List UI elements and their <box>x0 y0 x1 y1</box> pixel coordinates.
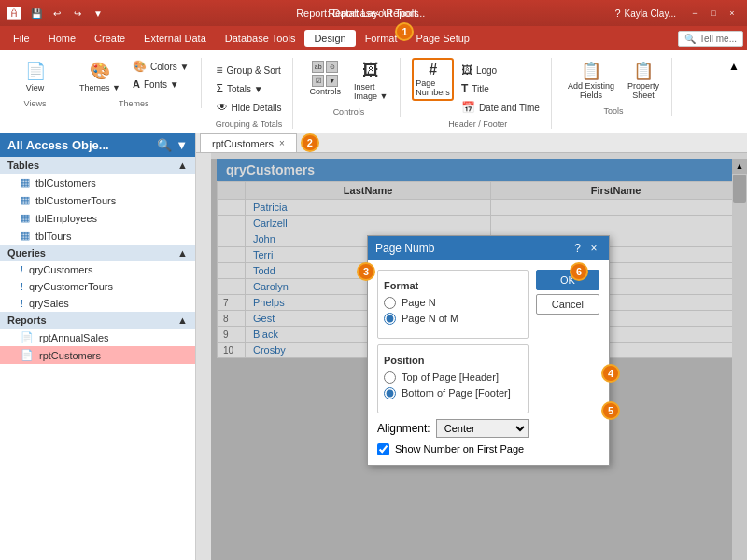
nav-item-tblCustomerTours[interactable]: ▦ tblCustomerTours <box>0 191 195 209</box>
add-existing-fields-button[interactable]: 📋 Add ExistingFields <box>563 58 619 103</box>
ribbon-group-views: 📄 View Views <box>7 58 63 108</box>
ok-button[interactable]: OK <box>536 270 599 290</box>
nav-item-tblTours[interactable]: ▦ tblTours <box>0 227 195 245</box>
main-area: All Access Obje... 🔍 ▼ Tables ▲ ▦ tblCus… <box>0 133 747 560</box>
doc-tab-close-icon[interactable]: × <box>279 138 285 148</box>
property-sheet-button[interactable]: 📋 PropertySheet <box>623 58 664 103</box>
cancel-button[interactable]: Cancel <box>536 294 599 315</box>
vertical-scroll-left <box>196 153 211 560</box>
nav-item-qrySales[interactable]: ! qrySales <box>0 295 195 312</box>
tell-me-icon: ? <box>614 7 620 19</box>
maximize-button[interactable]: □ <box>706 6 721 21</box>
nav-item-rptCustomers[interactable]: 📄 rptCustomers <box>0 346 195 364</box>
views-group-label: Views <box>24 99 47 108</box>
format-page-n-radio[interactable] <box>384 297 396 309</box>
fonts-button[interactable]: A Fonts ▼ <box>129 77 193 91</box>
group-sort-button[interactable]: ≡ Group & Sort <box>213 62 286 78</box>
ribbon-group-themes: 🎨 Themes ▼ 🎨 Colors ▼ A Fonts ▼ Themes <box>67 58 202 108</box>
query-icon-2: ! <box>21 281 23 292</box>
show-number-row: Show Number on First Page <box>377 443 529 455</box>
annotation-3: 3 <box>357 262 375 281</box>
menu-create[interactable]: Create <box>85 30 134 47</box>
menu-page-setup[interactable]: Page Setup <box>406 30 479 47</box>
nav-item-qryCustomers[interactable]: ! qryCustomers <box>0 261 195 278</box>
menu-design[interactable]: Design <box>304 30 355 47</box>
page-number-dialog: Page Numb ? × <box>367 235 610 466</box>
menu-format[interactable]: Format 1 <box>356 30 407 47</box>
nav-label-rptAnnualSales: rptAnnualSales <box>39 332 109 343</box>
nav-label-tblCustomers: tblCustomers <box>35 177 96 189</box>
nav-search-icon[interactable]: 🔍 <box>157 138 172 152</box>
alignment-select[interactable]: Center Left Right <box>436 419 529 438</box>
colors-label: Colors ▼ <box>150 62 190 72</box>
insert-image-button[interactable]: 🖼 InsertImage ▼ <box>349 58 392 104</box>
logo-button[interactable]: 🖼 Logo <box>458 62 543 78</box>
close-button[interactable]: × <box>725 6 740 21</box>
format-page-n-of-m[interactable]: Page N of M <box>384 313 522 325</box>
themes-button[interactable]: 🎨 Themes ▼ <box>75 58 125 95</box>
position-top-radio[interactable] <box>384 371 396 384</box>
controls-button[interactable]: ab ⊙ ☑ ▼ Controls <box>304 58 345 99</box>
dialog-body: Format Page N <box>368 260 609 465</box>
nav-menu-icon[interactable]: ▼ <box>176 138 188 152</box>
position-top[interactable]: Top of Page [Header] <box>384 371 522 384</box>
show-number-checkbox[interactable] <box>377 443 389 455</box>
search-icon: 🔍 <box>684 34 696 44</box>
dialog-titlebar: Page Numb ? × <box>368 236 609 260</box>
colors-button[interactable]: 🎨 Colors ▼ <box>129 58 193 75</box>
date-time-icon: 📅 <box>461 101 475 114</box>
menu-file[interactable]: File <box>4 30 39 47</box>
nav-section-reports: Reports ▲ 📄 rptAnnualSales 📄 rptCustomer… <box>0 312 195 364</box>
menu-external-data[interactable]: External Data <box>134 30 216 47</box>
nav-label-qrySales: qrySales <box>29 298 69 309</box>
user-label: Kayla Clay... <box>625 8 676 19</box>
format-page-n[interactable]: Page N <box>384 297 522 309</box>
tell-me-box[interactable]: 🔍 Tell me... <box>678 31 743 47</box>
page-numbers-label: PageNumbers <box>416 78 450 97</box>
position-section: Position Top of Page [Header] <box>377 344 529 413</box>
ribbon-collapse-btn[interactable]: ▲ <box>728 58 740 73</box>
page-numbers-icon: # <box>429 62 437 78</box>
report-icon-1: 📄 <box>21 331 34 343</box>
dialog-form: Format Page N <box>377 270 529 455</box>
reports-collapse-icon: ▲ <box>177 315 188 326</box>
controls-group-label: Controls <box>333 107 365 117</box>
format-label: Format <box>384 280 522 291</box>
redo-quick-btn[interactable]: ↪ <box>69 5 86 21</box>
hide-details-button[interactable]: 👁 Hide Details <box>213 99 286 116</box>
position-bottom-radio[interactable] <box>384 387 396 399</box>
undo-quick-btn[interactable]: ↩ <box>49 5 65 21</box>
access-logo-icon: 🅰 <box>7 6 21 21</box>
page-numbers-button[interactable]: # PageNumbers <box>412 58 454 101</box>
nav-item-qryCustomerTours[interactable]: ! qryCustomerTours <box>0 278 195 295</box>
logo-icon: 🖼 <box>461 63 472 77</box>
nav-item-tblCustomers[interactable]: ▦ tblCustomers <box>0 174 195 191</box>
customize-quick-btn[interactable]: ▼ <box>90 5 106 21</box>
date-time-button[interactable]: 📅 Date and Time <box>458 99 543 116</box>
position-bottom[interactable]: Bottom of Page [Footer] <box>384 387 522 399</box>
tables-section-header[interactable]: Tables ▲ <box>0 157 195 174</box>
format-page-n-label: Page N <box>402 297 436 308</box>
queries-section-header[interactable]: Queries ▲ <box>0 245 195 261</box>
group-sort-icon: ≡ <box>217 63 223 77</box>
nav-item-rptAnnualSales[interactable]: 📄 rptAnnualSales <box>0 329 195 346</box>
doc-tab-rptCustomers[interactable]: rptCustomers × <box>200 133 297 152</box>
view-button[interactable]: 📄 View <box>19 58 52 95</box>
dialog-action-buttons: OK Cancel <box>536 270 599 455</box>
save-quick-btn[interactable]: 💾 <box>28 5 45 21</box>
totals-button[interactable]: Σ Totals ▼ <box>213 80 286 97</box>
nav-item-tblEmployees[interactable]: ▦ tblEmployees <box>0 209 195 227</box>
queries-label: Queries <box>7 247 46 259</box>
title-button[interactable]: T Title <box>458 80 543 97</box>
annotation-4: 4 <box>601 364 620 383</box>
format-page-n-of-m-radio[interactable] <box>384 313 396 325</box>
menu-database-tools[interactable]: Database Tools <box>216 30 305 47</box>
menu-home[interactable]: Home <box>39 30 85 47</box>
minimize-button[interactable]: − <box>687 6 702 21</box>
themes-icon: 🎨 <box>90 61 110 81</box>
dialog-close-button[interactable]: × <box>586 241 601 256</box>
reports-section-header[interactable]: Reports ▲ <box>0 312 195 329</box>
date-time-label: Date and Time <box>479 103 540 113</box>
dialog-help-icon[interactable]: ? <box>574 242 581 255</box>
table-icon-4: ▦ <box>21 230 30 242</box>
